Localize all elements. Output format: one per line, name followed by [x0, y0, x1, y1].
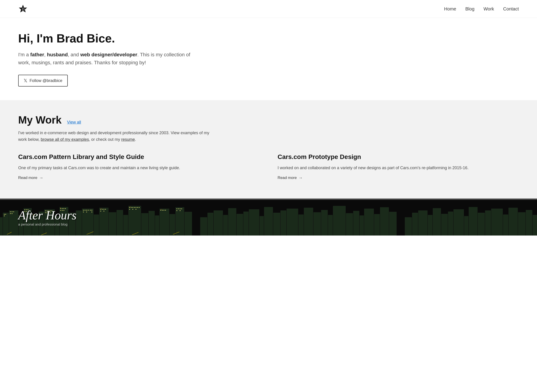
- svg-rect-121: [333, 206, 346, 236]
- work-card-1-description: One of my primary tasks at Cars.com was …: [18, 165, 259, 171]
- svg-rect-84: [163, 210, 164, 210]
- work-intro: I've worked in e-commerce web design and…: [18, 130, 214, 143]
- resume-link[interactable]: resume: [121, 137, 135, 142]
- nav-blog[interactable]: Blog: [465, 6, 475, 12]
- svg-rect-146: [533, 215, 537, 236]
- svg-rect-143: [508, 208, 518, 236]
- work-card-2-description: I worked on and collaborated on a variet…: [278, 165, 519, 171]
- svg-rect-5: [9, 210, 18, 236]
- svg-rect-79: [129, 209, 130, 210]
- svg-rect-141: [491, 209, 503, 236]
- browse-examples-link[interactable]: browse all of my examples: [41, 137, 89, 142]
- work-card-2: Cars.com Prototype Design I worked on an…: [278, 153, 519, 180]
- svg-rect-62: [91, 210, 92, 210]
- svg-rect-70: [100, 211, 101, 211]
- svg-rect-126: [374, 214, 380, 236]
- svg-rect-80: [132, 209, 133, 210]
- svg-rect-57: [83, 210, 84, 210]
- twitter-icon: 𝕏: [24, 78, 27, 83]
- nav-work[interactable]: Work: [484, 6, 494, 12]
- nav-home[interactable]: Home: [444, 6, 456, 12]
- svg-rect-88: [180, 209, 181, 209]
- svg-rect-124: [360, 215, 364, 236]
- svg-rect-138: [469, 207, 477, 236]
- svg-rect-97: [161, 209, 162, 210]
- cityscape-background: [0, 200, 537, 236]
- svg-rect-73: [131, 207, 132, 208]
- work-card-1-read-more[interactable]: Read more →: [18, 176, 43, 180]
- svg-rect-65: [91, 212, 92, 212]
- svg-rect-29: [4, 214, 5, 215]
- svg-rect-133: [433, 208, 441, 236]
- svg-rect-117: [304, 208, 313, 236]
- svg-rect-110: [249, 209, 259, 236]
- nav-contact[interactable]: Contact: [503, 6, 519, 12]
- svg-rect-106: [223, 215, 228, 236]
- svg-rect-28: [185, 212, 192, 236]
- svg-rect-59: [86, 210, 87, 210]
- svg-rect-142: [503, 215, 508, 236]
- svg-rect-76: [136, 207, 136, 208]
- work-card-1: Cars.com Pattern Library and Style Guide…: [18, 153, 259, 180]
- svg-rect-127: [380, 207, 389, 236]
- work-grid: Cars.com Pattern Library and Style Guide…: [18, 153, 519, 180]
- view-all-link[interactable]: View all: [67, 120, 81, 125]
- svg-rect-113: [273, 213, 280, 236]
- svg-rect-22: [141, 213, 148, 236]
- svg-rect-137: [464, 216, 468, 236]
- svg-rect-128: [389, 212, 396, 236]
- svg-rect-131: [418, 210, 428, 236]
- svg-rect-15: [82, 209, 93, 236]
- svg-rect-116: [299, 215, 304, 236]
- svg-rect-122: [346, 213, 353, 236]
- read-more-label-2: Read more: [278, 176, 297, 180]
- svg-rect-130: [412, 213, 418, 236]
- work-card-1-title: Cars.com Pattern Library and Style Guide: [18, 153, 259, 161]
- svg-rect-18: [109, 212, 116, 236]
- svg-rect-32: [10, 211, 11, 212]
- svg-rect-118: [314, 212, 321, 236]
- hero-bold-role: web designer/developer: [80, 52, 137, 57]
- svg-rect-25: [160, 209, 169, 236]
- svg-rect-108: [237, 214, 243, 236]
- twitter-follow-button[interactable]: 𝕏 Follow @bradbice: [18, 75, 68, 87]
- svg-rect-58: [85, 210, 86, 210]
- main-nav: Home Blog Work Contact: [444, 6, 519, 12]
- svg-rect-140: [485, 210, 491, 236]
- svg-rect-26: [170, 214, 175, 236]
- svg-rect-91: [180, 210, 181, 211]
- svg-rect-4: [3, 213, 9, 236]
- svg-rect-21: [128, 206, 141, 236]
- svg-rect-125: [364, 209, 374, 236]
- footer-banner: After Hours a personal and professional …: [0, 199, 537, 236]
- svg-rect-132: [428, 215, 432, 236]
- svg-rect-35: [10, 213, 11, 214]
- site-header: B Home Blog Work Contact: [0, 0, 537, 18]
- footer-content: After Hours a personal and professional …: [18, 209, 77, 226]
- svg-rect-109: [243, 212, 248, 236]
- hero-bold-father: father: [30, 52, 44, 57]
- site-logo[interactable]: B: [18, 4, 28, 14]
- svg-rect-30: [5, 214, 6, 215]
- svg-rect-82: [160, 210, 161, 210]
- svg-rect-19: [117, 210, 123, 236]
- work-card-2-title: Cars.com Prototype Design: [278, 153, 519, 161]
- after-hours-logo: After Hours: [18, 209, 77, 221]
- svg-rect-71: [104, 211, 104, 211]
- svg-rect-34: [13, 211, 14, 212]
- work-card-2-read-more[interactable]: Read more →: [278, 176, 303, 180]
- svg-rect-136: [454, 209, 464, 236]
- svg-rect-3: [0, 217, 3, 236]
- footer-tagline: a personal and professional blog: [18, 222, 67, 226]
- hero-intro: I'm a father, husband, and web designer/…: [18, 51, 191, 66]
- svg-rect-68: [104, 209, 104, 210]
- svg-rect-24: [155, 215, 159, 236]
- svg-rect-81: [136, 209, 136, 210]
- svg-rect-105: [214, 210, 223, 236]
- svg-rect-72: [129, 207, 130, 208]
- read-more-label-1: Read more: [18, 176, 37, 180]
- svg-rect-103: [200, 217, 207, 236]
- hero-heading: Hi, I'm Brad Bice.: [18, 32, 519, 45]
- svg-rect-123: [353, 211, 359, 236]
- svg-rect-86: [176, 209, 177, 209]
